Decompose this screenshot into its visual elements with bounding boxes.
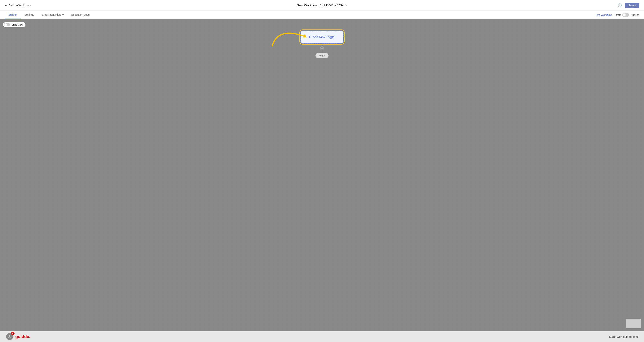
stats-view-label: Stats View	[12, 23, 23, 26]
saved-button[interactable]: Saved	[625, 3, 640, 8]
mini-map	[626, 319, 641, 328]
tab-execution-logs[interactable]: Execution Logs	[68, 11, 94, 19]
history-icon[interactable]: 🕐	[618, 3, 622, 7]
badge-count: 4	[11, 332, 14, 335]
tabs-right-group: Test Workflow Draft Publish	[595, 13, 640, 17]
workflow-nodes-container: + Add New Trigger + END	[0, 19, 644, 331]
header-right-actions: 🕐 Saved	[618, 3, 640, 8]
app-footer: 4 guidde. Made with guidde.com	[0, 331, 644, 342]
footer-tagline: Made with guidde.com	[609, 335, 638, 338]
trigger-node-wrapper: + Add New Trigger + END	[300, 31, 344, 58]
stats-toggle-switch[interactable]	[4, 23, 10, 26]
footer-badge[interactable]: 4	[6, 333, 13, 340]
footer-left: 4 guidde.	[6, 333, 30, 340]
back-to-workflows-link[interactable]: ← Back to Workflows	[4, 4, 31, 7]
workflow-title-text: New Workflow : 1711552897709	[296, 3, 344, 7]
tab-settings[interactable]: Settings	[21, 11, 38, 19]
publish-label: Publish	[630, 13, 640, 16]
tab-builder[interactable]: Builder	[4, 11, 21, 19]
trigger-plus-icon: +	[308, 35, 311, 39]
back-arrow-icon: ←	[4, 4, 8, 7]
edit-title-icon[interactable]: ✎	[345, 4, 348, 7]
draft-publish-group: Draft Publish	[615, 13, 640, 17]
stats-view-toggle[interactable]: Stats View	[3, 22, 26, 27]
trigger-node-label: Add New Trigger	[312, 35, 336, 39]
add-new-trigger-node[interactable]: + Add New Trigger	[300, 31, 344, 43]
draft-label: Draft	[615, 13, 621, 16]
app-header: ← Back to Workflows New Workflow : 17115…	[0, 0, 644, 11]
tabs-left-group: Builder Settings Enrollment History Exec…	[4, 11, 94, 19]
connector-line-1: +	[322, 43, 322, 53]
back-label: Back to Workflows	[9, 4, 31, 7]
footer-logo: guidde.	[15, 334, 30, 339]
workflow-canvas-area: Stats View + Add New Trigger + END	[0, 19, 644, 331]
svg-point-1	[9, 335, 10, 337]
test-workflow-button[interactable]: Test Workflow	[595, 13, 612, 16]
workflow-title-group: New Workflow : 1711552897709 ✎	[296, 3, 347, 7]
end-node: END	[316, 53, 328, 58]
tabs-bar: Builder Settings Enrollment History Exec…	[0, 11, 644, 19]
tab-enrollment-history[interactable]: Enrollment History	[38, 11, 68, 19]
publish-toggle[interactable]	[622, 13, 629, 17]
add-step-button[interactable]: +	[320, 46, 324, 50]
